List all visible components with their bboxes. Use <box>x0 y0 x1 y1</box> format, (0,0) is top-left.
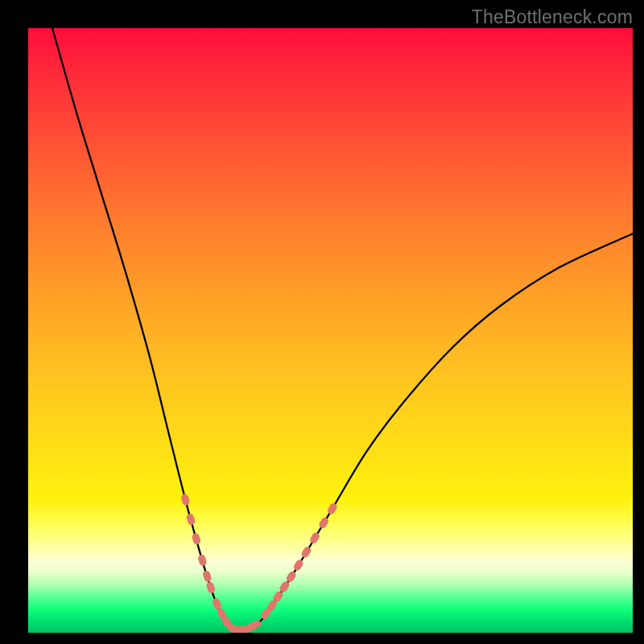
curve-marker <box>292 559 304 572</box>
curve-marker <box>197 554 208 567</box>
plot-area <box>28 28 633 633</box>
curve-marker <box>202 570 213 583</box>
bottleneck-curve <box>52 28 633 630</box>
curve-marker <box>309 531 321 545</box>
curve-layer <box>28 28 633 633</box>
curve-marker <box>285 570 297 584</box>
curve-marker <box>186 513 196 526</box>
curve-marker <box>300 546 312 559</box>
chart-frame: TheBottleneck.com <box>0 0 644 644</box>
curve-marker <box>180 493 190 506</box>
watermark-text: TheBottleneck.com <box>472 6 633 28</box>
curve-marker <box>318 516 330 530</box>
curve-marker <box>326 502 338 516</box>
curve-marker <box>192 532 201 545</box>
curve-marker <box>205 581 216 594</box>
marker-cluster <box>180 493 338 633</box>
bottleneck-curve-path <box>52 28 633 630</box>
